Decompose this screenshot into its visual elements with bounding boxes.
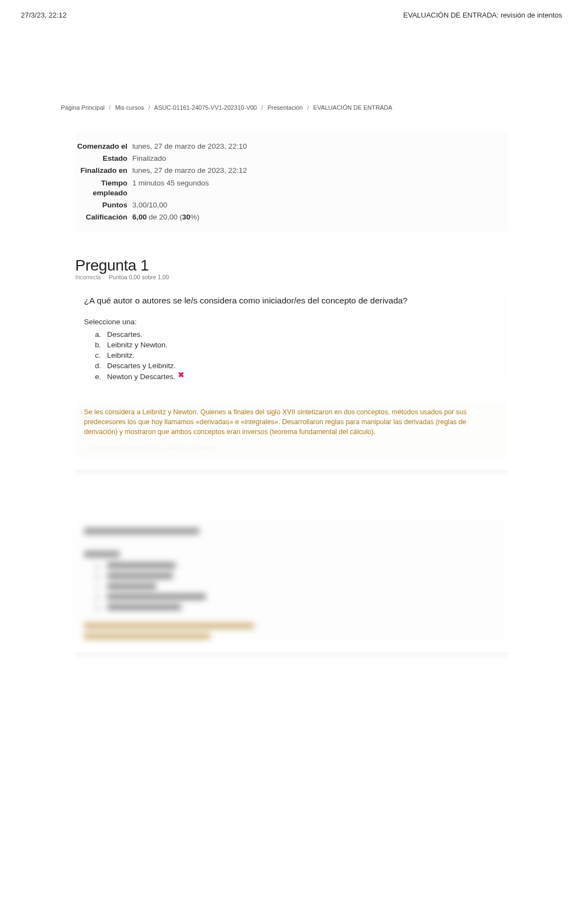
breadcrumb-item[interactable]: Mis cursos [115,104,144,111]
question-title: Pregunta 1 [75,257,508,274]
option-letter: e. [95,373,107,381]
option-b[interactable]: b. Leibnitz y Newton. [95,340,499,350]
question-1: Pregunta 1 Incorrecta Puntúa 0,00 sobre … [75,257,508,384]
summary-value: 1 minutos 45 segundos [132,178,209,198]
option-text: Leibnitz y Newton. [107,341,167,349]
option-letter: d. [95,362,107,370]
breadcrumb-item[interactable]: Página Principal [61,104,105,111]
summary-label: Comenzado el [75,142,132,151]
option-a[interactable]: a. Descartes. [95,329,499,340]
option-text: Descartes y Leibnitz. [107,362,176,370]
breadcrumb-sep: / [261,104,263,111]
option-c[interactable]: c. Leibnitz. [95,350,499,360]
option-e[interactable]: e. Newton y Descartes. ✖ [95,371,499,382]
question-feedback: Se les considera a Leibnitz y Newton. Qu… [75,402,508,459]
attempt-summary: Comenzado el lunes, 27 de marzo de 2023,… [75,133,508,232]
summary-label: Estado [75,154,132,164]
summary-label: Puntos [75,200,132,210]
breadcrumb-item[interactable]: Presentación [267,104,302,111]
wrong-icon: ✖ [178,370,184,379]
divider-shadow [75,470,508,477]
grade-mid: de 20,00 ( [147,213,182,221]
summary-value: Finalizado [132,154,166,164]
grade-percent: 30 [182,213,190,221]
breadcrumb-item[interactable]: ASUC-01161-24075-VV1-202310-V00 [154,104,257,111]
option-letter: b. [95,341,107,349]
summary-value-grade: 6,00 de 20,00 (30%) [132,212,199,222]
feedback-text: Se les considera a Leibnitz y Newton. Qu… [84,407,499,437]
question-body: ¿A qué autor o autores se le/s considera… [75,292,508,384]
summary-value: 3,00/10,00 [132,200,167,210]
grade-points: 6,00 [132,213,147,221]
grade-tail: %) [190,213,200,221]
print-title: EVALUACIÓN DE ENTRADA: revisión de inten… [403,11,562,19]
option-text: Leibnitz. [107,351,134,359]
option-letter: a. [95,330,107,339]
breadcrumb-sep: / [109,104,111,111]
feedback-correct-answer: La respuesta correcta es: Leibnitz y New… [84,444,499,452]
summary-label: Finalizado en [75,166,132,176]
divider-shadow [75,652,508,660]
breadcrumb-sep: / [307,104,309,111]
option-list: a. Descartes. b. Leibnitz y Newton. c. L… [84,329,499,382]
option-letter: c. [95,351,107,359]
breadcrumb-sep: / [148,104,150,111]
print-header: 27/3/23, 22:12 EVALUACIÓN DE ENTRADA: re… [0,0,583,19]
option-text: Descartes. [107,330,143,339]
summary-value: lunes, 27 de marzo de 2023, 22:10 [132,142,247,151]
summary-label: Tiempo empleado [75,178,132,198]
question-score: Puntúa 0,00 sobre 1,00 [109,274,169,280]
summary-value: lunes, 27 de marzo de 2023, 22:12 [132,166,247,176]
question-select-label: Seleccione una: [84,318,499,326]
breadcrumb: Página Principal / Mis cursos / ASUC-011… [0,104,583,111]
question-status: Incorrecta [75,274,101,280]
question-2-blurred: a. b. c. d. e. [75,521,508,641]
print-timestamp: 27/3/23, 22:12 [21,11,66,19]
question-subtitle: Incorrecta Puntúa 0,00 sobre 1,00 [75,274,508,280]
breadcrumb-item: EVALUACIÓN DE ENTRADA [313,104,393,111]
question-text: ¿A qué autor o autores se le/s considera… [84,296,499,306]
option-d[interactable]: d. Descartes y Leibnitz. [95,360,499,371]
option-text: Newton y Descartes. [107,373,176,381]
summary-label-grade: Calificación [75,212,132,222]
